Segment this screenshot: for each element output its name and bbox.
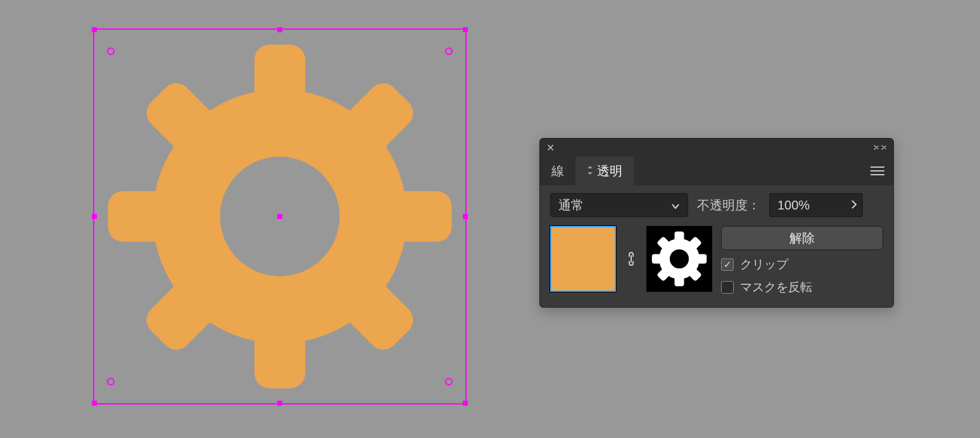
transparency-panel: ✕ 線 透明 通常 不透明度： 100% [539, 138, 894, 308]
blend-mode-value: 通常 [558, 197, 584, 214]
chevron-down-icon [671, 198, 680, 213]
gear-icon [650, 229, 709, 289]
link-icon[interactable] [625, 248, 638, 270]
svg-rect-12 [674, 272, 684, 287]
close-icon[interactable]: ✕ [546, 142, 555, 154]
tab-label: 透明 [597, 163, 622, 180]
tab-stroke[interactable]: 線 [540, 156, 575, 185]
svg-point-19 [670, 249, 689, 268]
tab-label: 線 [551, 163, 564, 180]
blend-mode-select[interactable]: 通常 [550, 193, 688, 217]
panel-menu-icon[interactable] [862, 156, 893, 185]
svg-rect-3 [108, 191, 191, 242]
release-mask-button[interactable]: 解除 [721, 226, 883, 250]
opacity-field[interactable]: 100% [769, 193, 863, 217]
gear-icon [93, 28, 467, 404]
opacity-label: 不透明度： [697, 197, 760, 214]
svg-rect-13 [652, 254, 667, 263]
tab-transparency[interactable]: 透明 [575, 156, 634, 185]
svg-rect-11 [674, 232, 684, 246]
clip-label: クリップ [740, 256, 788, 273]
reorder-icon [587, 165, 593, 177]
mask-thumbnail[interactable] [646, 226, 712, 292]
canvas-selected-artwork[interactable] [93, 28, 467, 404]
object-thumbnail[interactable] [550, 226, 616, 292]
svg-point-9 [220, 157, 340, 277]
svg-rect-4 [370, 191, 452, 242]
svg-rect-14 [693, 254, 707, 263]
opacity-value: 100% [777, 198, 810, 213]
svg-rect-2 [254, 306, 305, 389]
collapse-icon[interactable] [873, 144, 887, 151]
chevron-right-icon [851, 198, 857, 213]
panel-titlebar[interactable]: ✕ [540, 139, 893, 156]
clip-checkbox[interactable]: ✓ [721, 258, 734, 271]
svg-rect-1 [254, 45, 305, 127]
button-label: 解除 [789, 230, 815, 247]
invert-mask-label: マスクを反転 [740, 279, 812, 296]
panel-tabs: 線 透明 [540, 156, 893, 185]
invert-mask-checkbox[interactable] [721, 281, 734, 294]
